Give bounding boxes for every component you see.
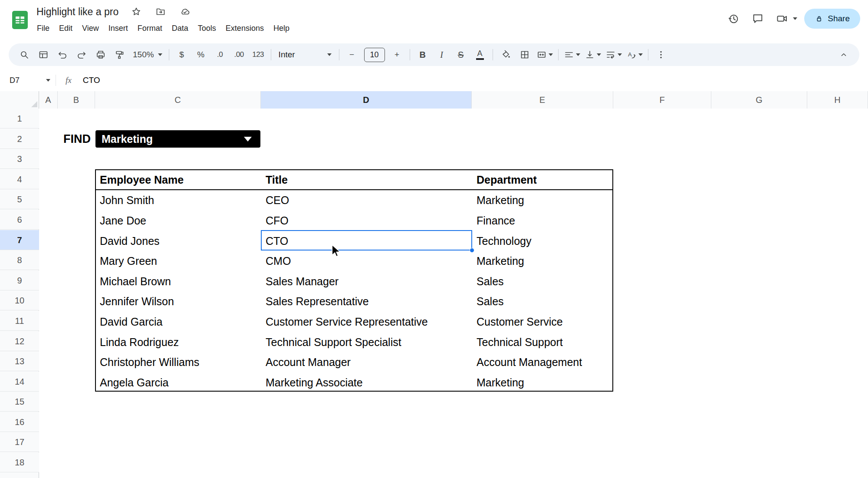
column-header-a[interactable]: A [39,91,58,109]
cell-employee-name[interactable]: David Jones [96,231,262,251]
row-header-1[interactable]: 1 [0,109,39,129]
undo-icon[interactable] [53,47,72,63]
menu-file[interactable]: File [32,21,54,36]
video-camera-icon[interactable] [773,10,791,27]
column-header-c[interactable]: C [95,91,261,109]
cell-title[interactable]: Customer Service Representative [262,312,473,332]
cell-title[interactable]: Technical Support Specialist [262,332,473,352]
cloud-status-icon[interactable] [178,5,191,18]
decrease-decimal-button[interactable]: .0 [211,47,229,63]
number-format-button[interactable]: 123 [249,47,267,63]
row-header-2[interactable]: 2 [0,129,39,149]
comments-icon[interactable] [749,10,766,27]
cell-title[interactable]: Sales Manager [262,271,473,291]
currency-format-button[interactable]: $ [173,47,191,63]
increase-decimal-button[interactable]: .00 [230,47,248,63]
more-options-icon[interactable] [652,47,670,63]
italic-button[interactable]: I [433,47,451,63]
star-icon[interactable] [130,5,143,18]
text-rotation-control[interactable]: A [624,47,645,63]
selected-cell-outline[interactable] [261,230,472,251]
font-family-selector[interactable]: Inter [274,47,336,63]
share-button[interactable]: Share [804,9,860,29]
row-header-5[interactable]: 5 [0,189,39,209]
table-view-icon[interactable] [34,47,53,63]
cell-employee-name[interactable]: Angela Garcia [96,373,262,392]
cell-department[interactable]: Customer Service [473,312,614,332]
cell-employee-name[interactable]: Linda Rodriguez [96,332,262,352]
column-header-d[interactable]: D [261,91,472,109]
paint-format-icon[interactable] [111,47,129,63]
row-header-3[interactable]: 3 [0,149,39,169]
row-header-18[interactable]: 18 [0,452,39,472]
row-header-15[interactable]: 15 [0,392,39,412]
menu-format[interactable]: Format [133,21,167,36]
cell-department[interactable]: Finance [473,211,614,231]
menu-help[interactable]: Help [269,21,294,36]
cell-title[interactable]: CMO [262,251,473,271]
meet-presentation-control[interactable] [773,10,797,27]
increase-font-size-button[interactable]: + [388,47,406,63]
row-header-7[interactable]: 7 [0,230,39,250]
cell-employee-name[interactable]: Michael Brown [96,271,262,291]
merge-cells-control[interactable] [534,47,555,63]
cell-department[interactable]: Account Management [473,352,614,372]
redo-icon[interactable] [72,47,91,63]
horizontal-align-control[interactable] [562,47,582,63]
column-header-e[interactable]: E [472,91,613,109]
row-header-11[interactable]: 11 [0,311,39,331]
formula-input[interactable]: CTO [83,76,100,85]
cell-department[interactable]: Marketing [473,190,614,210]
cell-employee-name[interactable]: Mary Green [96,251,262,271]
cell-title[interactable]: Account Manager [262,352,473,372]
print-icon[interactable] [92,47,110,63]
menu-insert[interactable]: Insert [104,21,133,36]
cell-employee-name[interactable]: Jennifer Wilson [96,291,262,311]
table-header-department[interactable]: Department [473,170,614,189]
cell-title[interactable]: Sales Representative [262,291,473,311]
cell-title[interactable]: Marketing Associate [262,373,473,392]
row-header-14[interactable]: 14 [0,372,39,392]
cell-department[interactable]: Marketing [473,373,614,392]
decrease-font-size-button[interactable]: − [343,47,361,63]
text-wrap-control[interactable] [603,47,624,63]
row-header-16[interactable]: 16 [0,412,39,432]
cell-employee-name[interactable]: David Garcia [96,312,262,332]
row-header-6[interactable]: 6 [0,210,39,230]
row-header-10[interactable]: 10 [0,290,39,310]
cell-department[interactable]: Technology [473,231,614,251]
cell-employee-name[interactable]: Jane Doe [96,211,262,231]
percent-format-button[interactable]: % [192,47,210,63]
row-header-9[interactable]: 9 [0,270,39,290]
select-all-corner[interactable] [0,91,39,109]
row-header-13[interactable]: 13 [0,351,39,371]
table-header-title[interactable]: Title [262,170,473,189]
menu-tools[interactable]: Tools [193,21,221,36]
move-folder-icon[interactable] [154,5,167,18]
cell-department[interactable]: Sales [473,271,614,291]
column-header-b[interactable]: B [58,91,95,109]
menu-data[interactable]: Data [167,21,193,36]
text-color-button[interactable]: A [471,47,489,63]
name-box[interactable]: D7 [0,69,56,91]
cell-employee-name[interactable]: Christopher Williams [96,352,262,372]
menu-extensions[interactable]: Extensions [221,21,269,36]
borders-icon[interactable] [516,47,534,63]
cell-title[interactable]: CFO [262,211,473,231]
cell-department[interactable]: Sales [473,291,614,311]
search-icon[interactable] [15,47,33,63]
row-header-4[interactable]: 4 [0,169,39,189]
menu-view[interactable]: View [77,21,104,36]
strikethrough-button[interactable]: S [452,47,470,63]
column-header-f[interactable]: F [613,91,711,109]
cell-department[interactable]: Technical Support [473,332,614,352]
sheets-logo-icon[interactable] [10,10,30,30]
cell-title[interactable]: CEO [262,190,473,210]
collapse-toolbar-icon[interactable] [835,47,853,63]
cell-department[interactable]: Marketing [473,251,614,271]
cell-employee-name[interactable]: John Smith [96,190,262,210]
zoom-selector[interactable]: 150% [129,47,166,63]
version-history-icon[interactable] [725,10,742,27]
table-header-employee-name[interactable]: Employee Name [96,170,262,189]
find-dropdown[interactable]: Marketing [95,130,260,148]
